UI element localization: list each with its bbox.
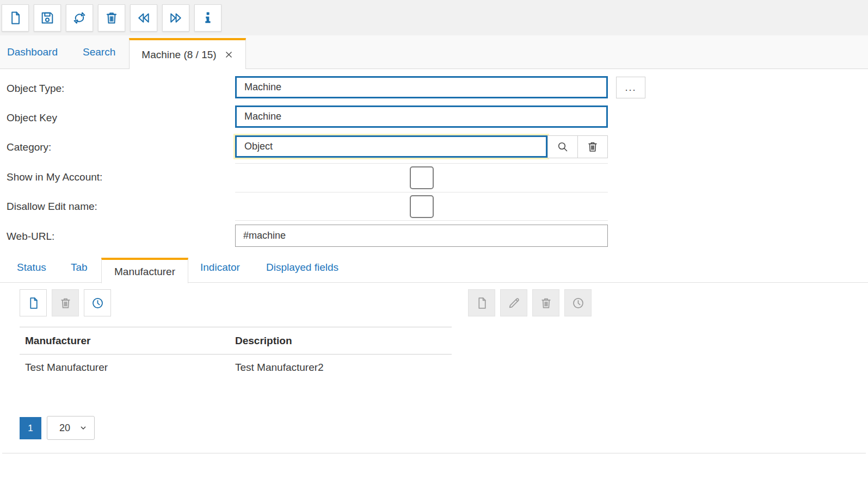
show-in-my-account-label: Show in My Account: (7, 171, 102, 183)
refresh-icon (72, 10, 87, 26)
object-type-input[interactable] (235, 76, 608, 98)
object-type-label: Object Type: (7, 83, 64, 95)
tab-search[interactable]: Search (83, 35, 115, 69)
tab-machine-active[interactable]: Machine (8 / 15) (129, 38, 246, 69)
category-search-button[interactable] (547, 135, 578, 158)
main-toolbar (0, 0, 868, 35)
next-icon (168, 10, 183, 26)
subtab-status[interactable]: Status (17, 253, 46, 282)
close-tab-icon[interactable] (224, 50, 233, 59)
tab-dashboard[interactable]: Dashboard (7, 35, 58, 69)
column-header-manufacturer[interactable]: Manufacturer (20, 335, 230, 347)
category-input[interactable] (235, 135, 547, 158)
pencil-icon (507, 296, 521, 310)
object-type-more-button[interactable]: ... (616, 77, 645, 98)
subtab-indicator[interactable]: Indicator (200, 253, 240, 282)
disallow-edit-name-row (235, 192, 608, 221)
clock-icon (571, 296, 585, 310)
table-header-row: Manufacturer Description (20, 327, 452, 355)
subtab-manufacturer-active[interactable]: Manufacturer (101, 258, 188, 283)
disallow-edit-name-label: Disallow Edit name: (7, 201, 97, 213)
manufacturer-table: Manufacturer Description Test Manufactur… (20, 327, 452, 381)
refresh-button[interactable] (66, 4, 93, 32)
new-document-icon (8, 10, 23, 26)
show-in-my-account-checkbox[interactable] (410, 166, 434, 189)
info-button[interactable] (194, 4, 221, 32)
page-size-value: 20 (59, 422, 70, 434)
category-clear-button[interactable] (577, 135, 608, 158)
detail-edit-button[interactable] (500, 289, 527, 316)
page-1-button[interactable]: 1 (20, 417, 41, 439)
tab-machine-label: Machine (8 / 15) (141, 49, 216, 61)
new-document-icon (475, 296, 489, 310)
column-header-description[interactable]: Description (230, 335, 292, 347)
page-size-select[interactable]: 20 (47, 416, 95, 440)
search-icon (556, 140, 569, 153)
cell-description: Test Manufacturer2 (230, 362, 324, 374)
detail-delete-button[interactable] (532, 289, 559, 316)
trash-icon (586, 140, 599, 153)
save-button[interactable] (34, 4, 61, 32)
new-document-icon (27, 296, 40, 310)
trash-icon (539, 296, 553, 310)
chevron-down-icon (79, 424, 88, 432)
previous-button[interactable] (130, 4, 157, 32)
object-key-input[interactable] (235, 105, 608, 128)
category-label: Category: (7, 141, 51, 153)
disallow-edit-name-checkbox[interactable] (410, 195, 434, 218)
cell-manufacturer: Test Manufacturer (20, 362, 230, 374)
save-icon (40, 10, 55, 26)
trash-icon (104, 10, 119, 26)
object-key-label: Object Key (7, 112, 57, 124)
trash-icon (59, 296, 72, 310)
detail-history-button[interactable] (564, 289, 592, 316)
subtab-displayed-fields[interactable]: Displayed fields (266, 253, 338, 282)
new-record-button[interactable] (2, 4, 29, 32)
delete-button[interactable] (98, 4, 125, 32)
manufacturer-delete-button[interactable] (52, 289, 79, 316)
application-window: Dashboard Search Machine (8 / 15) Object… (0, 0, 868, 485)
detail-new-button[interactable] (468, 289, 495, 316)
web-url-label: Web-URL: (7, 231, 54, 242)
show-in-my-account-row (235, 163, 608, 192)
web-url-input[interactable] (235, 225, 608, 247)
info-icon (200, 10, 216, 26)
previous-icon (136, 10, 151, 26)
manufacturer-new-button[interactable] (20, 289, 47, 316)
bottom-divider (2, 453, 866, 453)
subtab-tab[interactable]: Tab (71, 253, 88, 282)
manufacturer-history-button[interactable] (84, 289, 111, 316)
table-row[interactable]: Test Manufacturer Test Manufacturer2 (20, 355, 452, 381)
next-button[interactable] (162, 4, 189, 32)
clock-icon (91, 296, 104, 310)
